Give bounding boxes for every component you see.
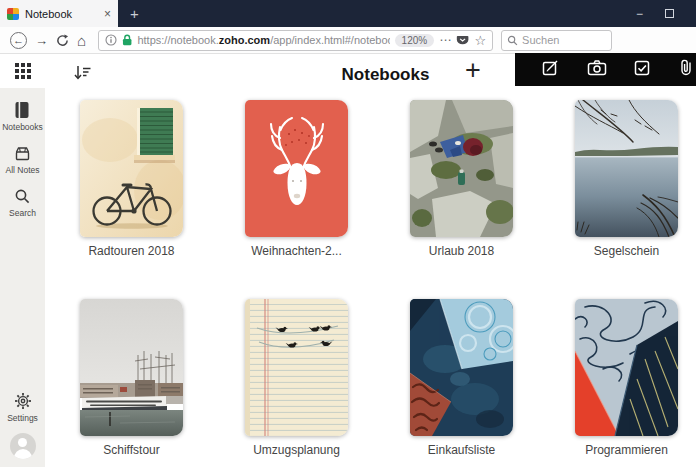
apps-grid-button[interactable] bbox=[0, 54, 45, 88]
sidebar-item-all-notes[interactable]: All Notes bbox=[5, 145, 39, 175]
browser-search-box[interactable] bbox=[501, 30, 612, 51]
notebook-label: Urlaub 2018 bbox=[410, 244, 513, 258]
notebook-label: Radtouren 2018 bbox=[80, 244, 183, 258]
reload-button[interactable] bbox=[52, 34, 73, 47]
back-button[interactable]: ← bbox=[6, 32, 31, 49]
site-info-icon[interactable] bbox=[105, 34, 117, 46]
camera-icon bbox=[587, 59, 607, 76]
notebook-card[interactable]: Umzugsplanung bbox=[245, 299, 348, 457]
notebook-label: Schiffstour bbox=[80, 443, 183, 457]
notebook-cover-fabric-blue bbox=[410, 299, 513, 436]
reload-icon bbox=[56, 34, 69, 47]
checkbox-icon bbox=[633, 59, 651, 77]
notebook-grid: Radtouren 2018 bbox=[80, 100, 678, 457]
notebook-card[interactable]: Schiffstour bbox=[80, 299, 183, 457]
search-icon bbox=[14, 188, 31, 205]
pocket-icon[interactable] bbox=[456, 34, 469, 47]
notebook-label: Segelschein bbox=[575, 244, 678, 258]
bookmark-star-icon[interactable]: ☆ bbox=[474, 33, 486, 48]
browser-nav-bar: ← → ⌂ https://notebook.zoho.com/app/inde… bbox=[0, 27, 696, 54]
new-file-note-button[interactable] bbox=[678, 58, 694, 82]
notebook-card[interactable]: Weihnachten-2... bbox=[245, 100, 348, 258]
home-button[interactable]: ⌂ bbox=[73, 33, 90, 48]
browser-tab[interactable]: Notebook × bbox=[0, 0, 118, 27]
tab-close-icon[interactable]: × bbox=[104, 7, 111, 21]
notebook-cover-bicycle bbox=[80, 100, 183, 237]
search-input[interactable] bbox=[522, 34, 600, 46]
user-avatar[interactable] bbox=[10, 433, 36, 459]
app-header: Notebooks + bbox=[45, 54, 696, 100]
notebook-card[interactable]: Programmieren bbox=[575, 299, 678, 457]
notebook-cover-fabric-squiggles bbox=[575, 299, 678, 436]
zoho-notebook-favicon bbox=[7, 8, 19, 20]
url-text: https://notebook.zoho.com/app/index.html… bbox=[137, 34, 389, 46]
sidebar-item-settings[interactable]: Settings bbox=[7, 392, 38, 423]
notebook-cover-birds-paper bbox=[245, 299, 348, 436]
apps-grid-icon bbox=[15, 63, 31, 79]
quick-create-toolbar bbox=[515, 53, 696, 86]
notebook-cover-deer bbox=[245, 100, 348, 237]
notebook-card[interactable]: Einkaufsliste bbox=[410, 299, 513, 457]
sidebar-item-label: All Notes bbox=[5, 165, 39, 175]
browser-tab-bar: Notebook × + − bbox=[0, 0, 696, 27]
url-bar[interactable]: https://notebook.zoho.com/app/index.html… bbox=[98, 30, 493, 51]
notebook-icon bbox=[14, 101, 30, 119]
compose-icon bbox=[541, 58, 560, 77]
new-tab-button[interactable]: + bbox=[118, 0, 151, 27]
window-controls: − bbox=[636, 0, 696, 27]
new-text-note-button[interactable] bbox=[541, 58, 560, 81]
sidebar-item-label: Notebooks bbox=[2, 122, 43, 132]
page-zoom-badge[interactable]: 120% bbox=[395, 34, 435, 47]
main-content: Notebooks + bbox=[45, 54, 696, 467]
new-photo-note-button[interactable] bbox=[587, 59, 607, 80]
search-icon bbox=[507, 35, 518, 46]
notebook-card[interactable]: Urlaub 2018 bbox=[410, 100, 513, 258]
gear-icon bbox=[14, 392, 32, 410]
window-restore-button[interactable] bbox=[665, 9, 674, 18]
notebook-cover-picnic bbox=[410, 100, 513, 237]
all-notes-icon bbox=[14, 145, 31, 162]
notebook-cover-lake bbox=[575, 100, 678, 237]
notebook-label: Weihnachten-2... bbox=[245, 244, 348, 258]
sidebar-item-search[interactable]: Search bbox=[9, 188, 36, 218]
back-icon: ← bbox=[10, 32, 27, 49]
sidebar-item-notebooks[interactable]: Notebooks bbox=[2, 101, 43, 132]
sidebar: Notebooks All Notes Search bbox=[0, 54, 45, 467]
notebook-cover-harbor bbox=[80, 299, 183, 436]
forward-button[interactable]: → bbox=[31, 34, 52, 47]
add-notebook-button[interactable]: + bbox=[465, 55, 481, 86]
page-actions-icon[interactable]: ⋯ bbox=[439, 33, 451, 47]
https-lock-icon bbox=[122, 34, 132, 46]
notebook-label: Umzugsplanung bbox=[245, 443, 348, 457]
notebook-card[interactable]: Segelschein bbox=[575, 100, 678, 258]
notebook-label: Programmieren bbox=[575, 443, 678, 457]
window-minimize-button[interactable]: − bbox=[636, 7, 643, 21]
notebook-card[interactable]: Radtouren 2018 bbox=[80, 100, 183, 258]
sidebar-item-label: Search bbox=[9, 208, 36, 218]
paperclip-icon bbox=[678, 58, 694, 78]
new-checklist-note-button[interactable] bbox=[633, 59, 651, 81]
sidebar-item-label: Settings bbox=[7, 413, 38, 423]
zoho-notebook-app: Notebooks All Notes Search bbox=[0, 54, 696, 467]
tab-title: Notebook bbox=[25, 8, 72, 20]
notebook-label: Einkaufsliste bbox=[410, 443, 513, 457]
